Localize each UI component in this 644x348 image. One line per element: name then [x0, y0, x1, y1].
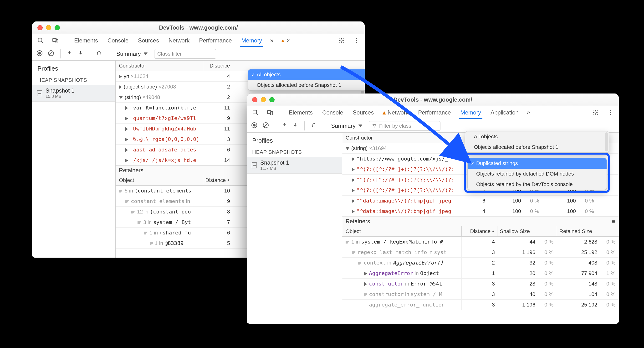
scrollbar[interactable]	[605, 132, 608, 151]
svg-point-12	[253, 124, 256, 126]
table-row[interactable]: "^data:image\\/(?:bmp|gif|jpeg41000 %100…	[342, 206, 619, 217]
dropdown-option-before-snapshot[interactable]: Objects allocated before Snapshot 1	[465, 142, 609, 152]
devtools-window-2: DevTools - www.google.com/ Elements Cons…	[247, 94, 619, 324]
tab-sources[interactable]: Sources	[351, 106, 375, 119]
tab-elements[interactable]: Elements	[288, 106, 314, 119]
check-icon: ✓	[251, 72, 255, 78]
col-distance[interactable]: Distance	[462, 226, 497, 236]
tab-application[interactable]: Application	[489, 106, 520, 119]
snapshot-item[interactable]: Snapshot 1 15.8 MB	[32, 85, 115, 102]
record-icon[interactable]	[251, 122, 258, 130]
dropdown-option-all-objects[interactable]: All objects	[465, 131, 609, 142]
table-row[interactable]: context in AggregateError()2320 %4080 %	[342, 258, 619, 268]
tab-network[interactable]: ▲ Network	[382, 106, 410, 119]
trash-icon[interactable]	[311, 122, 316, 130]
tab-memory[interactable]: Memory	[240, 34, 264, 47]
filter-dropdown-top[interactable]: All objects Objects allocated before Sna…	[465, 131, 609, 153]
option-label: All objects	[257, 72, 280, 78]
warning-count: 2	[287, 38, 290, 44]
tabs-overflow[interactable]: »	[527, 109, 530, 116]
close-icon[interactable]	[252, 97, 258, 102]
tab-elements[interactable]: Elements	[73, 34, 100, 47]
kebab-icon[interactable]	[352, 37, 360, 45]
tab-performance[interactable]: Performance	[198, 34, 233, 47]
dropdown-option-duplicated-strings[interactable]: ✓ Duplicated strings	[468, 158, 606, 169]
sidebar: Profiles HEAP SNAPSHOTS Snapshot 1 15.8 …	[32, 61, 116, 258]
col-constructor[interactable]: Constructor	[116, 63, 204, 69]
col-object[interactable]: Object	[342, 228, 462, 234]
filter-dropdown[interactable]: ✓ All objects Objects allocated before S…	[248, 69, 365, 91]
tab-sources[interactable]: Sources	[136, 34, 160, 47]
download-icon[interactable]	[78, 50, 84, 58]
tab-console[interactable]: Console	[321, 106, 345, 119]
window-title: DevTools - www.google.com/	[247, 96, 619, 103]
view-mode-select[interactable]: Summary	[116, 51, 149, 57]
minimize-icon[interactable]	[261, 97, 266, 102]
device-icon[interactable]	[266, 109, 274, 117]
warning-icon: ▲	[381, 109, 387, 116]
tabs-overflow[interactable]: »	[270, 37, 274, 44]
snapshot-item[interactable]: Snapshot 1 11.7 MB	[247, 157, 342, 174]
traffic-lights	[247, 97, 274, 102]
trash-icon[interactable]	[96, 50, 102, 58]
filter-dropdown-new[interactable]: ✓ Duplicated strings Objects retained by…	[468, 158, 607, 190]
clear-icon[interactable]	[263, 122, 269, 130]
col-distance[interactable]: Distance	[204, 61, 232, 71]
window-title: DevTools - www.google.com/	[32, 24, 365, 31]
warning-badge[interactable]: ▲ 2	[280, 38, 290, 44]
close-icon[interactable]	[38, 25, 43, 30]
panel-tabs: Elements Console Sources ▲ Network Perfo…	[247, 106, 619, 119]
gear-icon[interactable]	[592, 109, 600, 117]
upload-icon[interactable]	[67, 50, 72, 58]
warning-icon: ▲	[280, 38, 286, 44]
memory-toolbar: Summary Filter by class	[247, 119, 619, 133]
table-row[interactable]: constructor in system / M3400 %1040 %	[342, 289, 619, 299]
dropdown-option-detached-dom[interactable]: Objects retained by detached DOM nodes	[468, 169, 606, 179]
heap-snapshots-heading: HEAP SNAPSHOTS	[32, 75, 115, 85]
device-icon[interactable]	[51, 37, 59, 45]
inspect-icon[interactable]	[36, 37, 44, 45]
retainers-menu-icon[interactable]: ≡	[612, 218, 616, 225]
stage: DevTools - www.google.com/ Elements Cons…	[0, 0, 644, 348]
tab-console[interactable]: Console	[106, 34, 130, 47]
class-filter-input[interactable]: Class filter	[154, 49, 216, 59]
kebab-icon[interactable]	[606, 109, 614, 117]
upload-icon[interactable]	[282, 122, 287, 130]
option-label: Duplicated strings	[476, 160, 518, 166]
class-filter-input[interactable]: Filter by class	[369, 121, 440, 131]
table-row[interactable]: 1 in system / RegExpMatchInfo @4440 %2 6…	[342, 237, 619, 247]
gear-icon[interactable]	[338, 37, 346, 45]
download-icon[interactable]	[292, 122, 298, 130]
col-object[interactable]: Object	[116, 177, 204, 183]
table-row[interactable]: AggregateError in Object1200 %77 9041 %	[342, 268, 619, 279]
table-row[interactable]: constructor in Error @5413280 %1480 %	[342, 279, 619, 289]
col-shallow[interactable]: Shallow Size	[497, 226, 538, 236]
zoom-icon[interactable]	[54, 25, 60, 30]
check-icon: ✓	[470, 160, 475, 166]
view-mode-label: Summary	[116, 51, 141, 57]
minimize-icon[interactable]	[46, 25, 51, 30]
tab-network[interactable]: Network	[167, 34, 191, 47]
record-icon[interactable]	[36, 50, 43, 58]
snapshot-icon	[37, 90, 42, 96]
svg-point-3	[341, 40, 342, 41]
heap-snapshots-heading: HEAP SNAPSHOTS	[247, 147, 342, 157]
clear-icon[interactable]	[48, 50, 54, 58]
zoom-icon[interactable]	[269, 97, 274, 102]
table-row[interactable]: regexp_last_match_info in syst31 1960 %2…	[342, 247, 619, 258]
tab-memory[interactable]: Memory	[459, 106, 483, 119]
dropdown-option-devtools-console[interactable]: Objects retained by the DevTools console	[468, 179, 606, 190]
option-label: Objects allocated before Snapshot 1	[474, 144, 558, 150]
col-constructor[interactable]: Constructor	[342, 135, 457, 141]
col-retained[interactable]: Retained Size	[557, 226, 600, 236]
profiles-heading: Profiles	[32, 61, 115, 75]
dropdown-option-all-objects[interactable]: ✓ All objects	[248, 69, 365, 80]
tab-performance[interactable]: Performance	[416, 106, 452, 119]
col-distance[interactable]: Distance	[204, 175, 232, 185]
dropdown-option-before-snapshot[interactable]: Objects allocated before Snapshot 1	[248, 80, 365, 90]
view-mode-select[interactable]: Summary	[331, 123, 364, 129]
table-row[interactable]: aggregate_error_function 31 1960 %25 192…	[342, 299, 619, 310]
inspect-icon[interactable]	[251, 109, 259, 117]
profiles-heading: Profiles	[247, 133, 342, 147]
table-row[interactable]: "^data:image\\/(?:bmp|gif|jpeg61000 %100…	[342, 196, 619, 206]
